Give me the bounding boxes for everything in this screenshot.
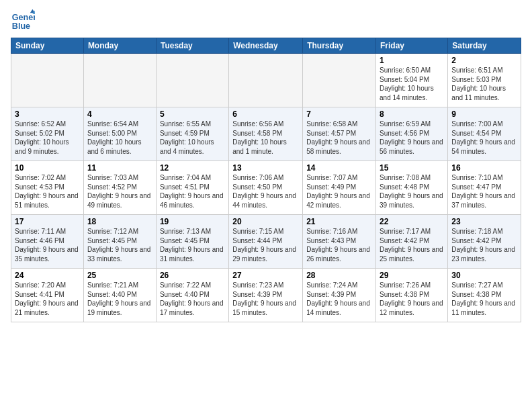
day-info: Sunrise: 7:04 AM Sunset: 4:51 PM Dayligh… (160, 173, 225, 210)
day-number: 22 (380, 217, 444, 226)
day-info: Sunrise: 7:21 AM Sunset: 4:40 PM Dayligh… (87, 281, 152, 317)
calendar-cell (229, 54, 303, 107)
day-info: Sunrise: 7:18 AM Sunset: 4:42 PM Dayligh… (451, 227, 517, 263)
main-container: General Blue SundayMondayTuesdayWednesda… (0, 0, 532, 330)
day-header-sunday: Sunday (11, 38, 84, 54)
calendar-cell: 9Sunrise: 7:00 AM Sunset: 4:54 PM Daylig… (448, 107, 521, 161)
day-number: 11 (87, 163, 152, 173)
day-number: 8 (380, 109, 444, 119)
day-info: Sunrise: 6:51 AM Sunset: 5:03 PM Dayligh… (451, 66, 517, 102)
day-info: Sunrise: 6:56 AM Sunset: 4:58 PM Dayligh… (232, 120, 299, 156)
day-info: Sunrise: 6:58 AM Sunset: 4:57 PM Dayligh… (306, 120, 372, 156)
calendar-cell: 6Sunrise: 6:56 AM Sunset: 4:58 PM Daylig… (229, 107, 303, 161)
day-number: 17 (15, 217, 80, 226)
calendar-cell: 19Sunrise: 7:13 AM Sunset: 4:45 PM Dayli… (156, 215, 228, 269)
calendar-cell: 13Sunrise: 7:06 AM Sunset: 4:50 PM Dayli… (229, 161, 303, 215)
day-info: Sunrise: 7:08 AM Sunset: 4:48 PM Dayligh… (380, 173, 444, 210)
calendar-cell (11, 54, 84, 107)
day-number: 24 (15, 271, 80, 280)
calendar-cell: 4Sunrise: 6:54 AM Sunset: 5:00 PM Daylig… (83, 107, 156, 161)
week-row-0: 1Sunrise: 6:50 AM Sunset: 5:04 PM Daylig… (11, 54, 521, 107)
calendar-cell: 20Sunrise: 7:15 AM Sunset: 4:44 PM Dayli… (229, 215, 303, 269)
calendar-cell: 26Sunrise: 7:22 AM Sunset: 4:40 PM Dayli… (156, 269, 228, 322)
day-number: 16 (451, 163, 517, 173)
day-number: 4 (87, 109, 152, 119)
header: General Blue (11, 8, 521, 32)
calendar-cell: 25Sunrise: 7:21 AM Sunset: 4:40 PM Dayli… (83, 269, 156, 322)
calendar-cell: 28Sunrise: 7:24 AM Sunset: 4:39 PM Dayli… (303, 269, 376, 322)
day-header-monday: Monday (83, 38, 156, 54)
day-number: 9 (451, 109, 517, 119)
day-number: 18 (87, 217, 152, 226)
calendar-cell: 11Sunrise: 7:03 AM Sunset: 4:52 PM Dayli… (83, 161, 156, 215)
calendar-cell: 14Sunrise: 7:07 AM Sunset: 4:49 PM Dayli… (303, 161, 376, 215)
calendar-cell: 2Sunrise: 6:51 AM Sunset: 5:03 PM Daylig… (448, 54, 521, 107)
day-info: Sunrise: 7:17 AM Sunset: 4:42 PM Dayligh… (380, 227, 444, 263)
day-info: Sunrise: 6:52 AM Sunset: 5:02 PM Dayligh… (15, 120, 80, 156)
day-number: 7 (306, 109, 372, 119)
calendar-cell: 3Sunrise: 6:52 AM Sunset: 5:02 PM Daylig… (11, 107, 84, 161)
calendar-cell: 15Sunrise: 7:08 AM Sunset: 4:48 PM Dayli… (376, 161, 448, 215)
day-number: 5 (160, 109, 225, 119)
calendar-header-row: SundayMondayTuesdayWednesdayThursdayFrid… (11, 38, 521, 54)
day-info: Sunrise: 7:15 AM Sunset: 4:44 PM Dayligh… (232, 227, 299, 263)
svg-text:Blue: Blue (12, 21, 30, 31)
day-info: Sunrise: 7:23 AM Sunset: 4:39 PM Dayligh… (232, 281, 299, 317)
calendar-cell: 18Sunrise: 7:12 AM Sunset: 4:45 PM Dayli… (83, 215, 156, 269)
day-number: 28 (306, 271, 372, 280)
calendar-cell: 17Sunrise: 7:11 AM Sunset: 4:46 PM Dayli… (11, 215, 84, 269)
day-number: 1 (380, 56, 444, 65)
day-number: 30 (451, 271, 517, 280)
calendar-cell: 8Sunrise: 6:59 AM Sunset: 4:56 PM Daylig… (376, 107, 448, 161)
day-header-thursday: Thursday (303, 38, 376, 54)
calendar-cell: 7Sunrise: 6:58 AM Sunset: 4:57 PM Daylig… (303, 107, 376, 161)
day-header-saturday: Saturday (448, 38, 521, 54)
calendar-cell: 1Sunrise: 6:50 AM Sunset: 5:04 PM Daylig… (376, 54, 448, 107)
calendar-cell (156, 54, 228, 107)
day-header-wednesday: Wednesday (229, 38, 303, 54)
day-number: 14 (306, 163, 372, 173)
logo-icon: General Blue (11, 8, 35, 32)
day-info: Sunrise: 6:55 AM Sunset: 4:59 PM Dayligh… (160, 120, 225, 156)
calendar-cell: 23Sunrise: 7:18 AM Sunset: 4:42 PM Dayli… (448, 215, 521, 269)
week-row-2: 10Sunrise: 7:02 AM Sunset: 4:53 PM Dayli… (11, 161, 521, 215)
day-number: 15 (380, 163, 444, 173)
day-number: 12 (160, 163, 225, 173)
day-number: 29 (380, 271, 444, 280)
day-info: Sunrise: 7:07 AM Sunset: 4:49 PM Dayligh… (306, 173, 372, 210)
day-number: 27 (232, 271, 299, 280)
day-info: Sunrise: 7:13 AM Sunset: 4:45 PM Dayligh… (160, 227, 225, 263)
week-row-3: 17Sunrise: 7:11 AM Sunset: 4:46 PM Dayli… (11, 215, 521, 269)
day-number: 20 (232, 217, 299, 226)
day-number: 23 (451, 217, 517, 226)
calendar-cell (83, 54, 156, 107)
day-number: 13 (232, 163, 299, 173)
week-row-1: 3Sunrise: 6:52 AM Sunset: 5:02 PM Daylig… (11, 107, 521, 161)
day-info: Sunrise: 7:03 AM Sunset: 4:52 PM Dayligh… (87, 173, 152, 210)
day-number: 21 (306, 217, 372, 226)
day-info: Sunrise: 7:26 AM Sunset: 4:38 PM Dayligh… (380, 281, 444, 317)
day-info: Sunrise: 7:06 AM Sunset: 4:50 PM Dayligh… (232, 173, 299, 210)
day-info: Sunrise: 7:10 AM Sunset: 4:47 PM Dayligh… (451, 173, 517, 210)
day-info: Sunrise: 6:54 AM Sunset: 5:00 PM Dayligh… (87, 120, 152, 156)
day-number: 2 (451, 56, 517, 65)
day-info: Sunrise: 7:27 AM Sunset: 4:38 PM Dayligh… (451, 281, 517, 317)
logo: General Blue (11, 8, 35, 32)
day-header-friday: Friday (376, 38, 448, 54)
day-info: Sunrise: 6:59 AM Sunset: 4:56 PM Dayligh… (380, 120, 444, 156)
calendar-cell: 27Sunrise: 7:23 AM Sunset: 4:39 PM Dayli… (229, 269, 303, 322)
day-number: 3 (15, 109, 80, 119)
calendar-table: SundayMondayTuesdayWednesdayThursdayFrid… (11, 38, 521, 322)
day-number: 10 (15, 163, 80, 173)
day-info: Sunrise: 7:11 AM Sunset: 4:46 PM Dayligh… (15, 227, 80, 263)
day-info: Sunrise: 7:20 AM Sunset: 4:41 PM Dayligh… (15, 281, 80, 317)
calendar-cell (303, 54, 376, 107)
day-info: Sunrise: 7:12 AM Sunset: 4:45 PM Dayligh… (87, 227, 152, 263)
day-number: 6 (232, 109, 299, 119)
calendar-cell: 21Sunrise: 7:16 AM Sunset: 4:43 PM Dayli… (303, 215, 376, 269)
calendar-cell: 12Sunrise: 7:04 AM Sunset: 4:51 PM Dayli… (156, 161, 228, 215)
day-number: 26 (160, 271, 225, 280)
calendar-cell: 22Sunrise: 7:17 AM Sunset: 4:42 PM Dayli… (376, 215, 448, 269)
calendar-cell: 29Sunrise: 7:26 AM Sunset: 4:38 PM Dayli… (376, 269, 448, 322)
day-info: Sunrise: 6:50 AM Sunset: 5:04 PM Dayligh… (380, 66, 444, 102)
